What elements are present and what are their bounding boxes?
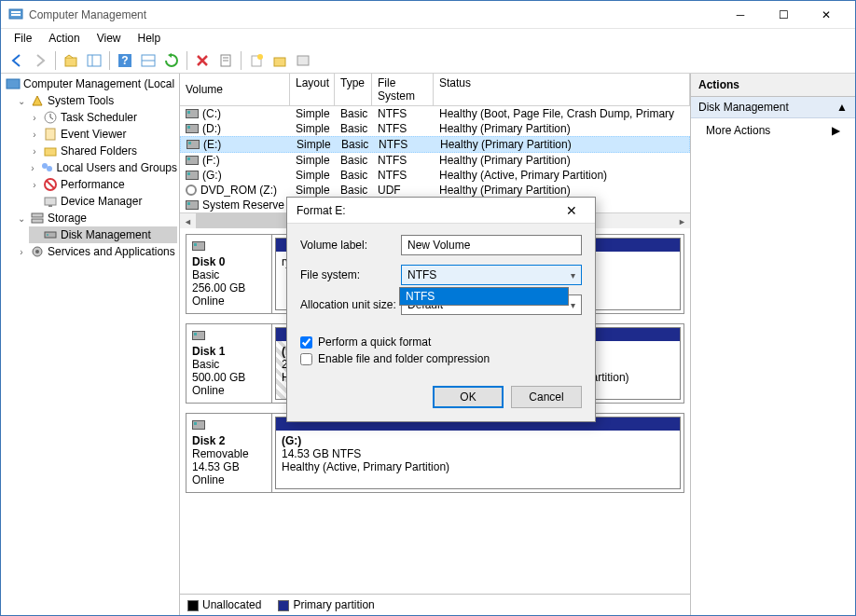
- volume-row[interactable]: (C:)SimpleBasicNTFSHealthy (Boot, Page F…: [180, 106, 690, 121]
- new-button[interactable]: [246, 50, 267, 71]
- chevron-right-icon[interactable]: ›: [29, 146, 40, 157]
- volume-row[interactable]: (D:)SimpleBasicNTFSHealthy (Primary Part…: [180, 121, 690, 136]
- disk-size: 14.53 GB: [192, 460, 266, 473]
- view-button[interactable]: [138, 50, 159, 71]
- menu-help[interactable]: Help: [131, 30, 169, 47]
- volume-status: Healthy (Primary Partition): [434, 153, 690, 168]
- col-type[interactable]: Type: [335, 74, 372, 105]
- tree-event-viewer[interactable]: ›Event Viewer: [29, 126, 177, 143]
- svg-rect-3: [65, 58, 76, 66]
- volume-name: DVD_ROM (Z:): [200, 184, 277, 197]
- dialog-close-button[interactable]: ✕: [558, 203, 586, 218]
- dvd-icon: [186, 185, 197, 196]
- actions-section[interactable]: Disk Management ▲: [691, 97, 855, 118]
- show-hide-tree-button[interactable]: [84, 50, 104, 71]
- refresh-button[interactable]: [161, 50, 182, 71]
- svg-text:?: ?: [121, 54, 128, 67]
- chevron-right-icon[interactable]: ›: [29, 113, 40, 123]
- tree-storage[interactable]: ⌄ Storage: [16, 210, 177, 226]
- chevron-right-icon[interactable]: ›: [29, 163, 36, 173]
- actions-more[interactable]: More Actions ▶: [691, 118, 855, 143]
- forward-button[interactable]: [30, 50, 50, 71]
- scroll-right-icon[interactable]: ►: [674, 213, 690, 229]
- col-layout[interactable]: Layout: [290, 74, 335, 105]
- chevron-right-icon[interactable]: ›: [16, 247, 27, 257]
- volume-type: Basic: [335, 168, 372, 183]
- disk-label[interactable]: Disk 0Basic256.00 GBOnline: [186, 235, 272, 313]
- volume-status: Healthy (Primary Partition): [434, 121, 690, 136]
- col-fs[interactable]: File System: [372, 74, 434, 105]
- svg-rect-27: [32, 213, 43, 217]
- menu-action[interactable]: Action: [41, 30, 87, 47]
- volume-fs: NTFS: [373, 137, 435, 152]
- help-button[interactable]: ?: [115, 50, 135, 71]
- dropdown-option-ntfs[interactable]: NTFS: [400, 288, 568, 305]
- chevron-down-icon[interactable]: ⌄: [16, 213, 27, 224]
- svg-rect-20: [45, 148, 56, 156]
- svg-rect-19: [46, 129, 55, 140]
- minimize-button[interactable]: ─: [719, 1, 762, 29]
- volume-row[interactable]: (G:)SimpleBasicNTFSHealthy (Active, Prim…: [180, 168, 690, 183]
- dialog-title-bar[interactable]: Format E: ✕: [287, 198, 595, 224]
- disk-label[interactable]: Disk 2Removable14.53 GBOnline: [186, 414, 272, 492]
- volume-row[interactable]: (E:)SimpleBasicNTFSHealthy (Primary Part…: [180, 136, 690, 153]
- tree-task-scheduler[interactable]: ›Task Scheduler: [29, 109, 177, 126]
- close-button[interactable]: ✕: [805, 1, 848, 29]
- tree-root[interactable]: Computer Management (Local: [3, 75, 177, 92]
- col-status[interactable]: Status: [434, 74, 690, 105]
- back-button[interactable]: [7, 50, 27, 71]
- volume-label-input[interactable]: [401, 235, 582, 255]
- chevron-down-icon[interactable]: ⌄: [16, 96, 27, 106]
- tree-shared-folders[interactable]: ›Shared Folders: [29, 143, 177, 159]
- chevron-right-icon[interactable]: ›: [29, 130, 40, 140]
- tree-performance[interactable]: ›Performance: [29, 176, 177, 193]
- compression-checkbox[interactable]: Enable file and folder compression: [300, 352, 582, 365]
- tree-local-users[interactable]: ›Local Users and Groups: [29, 159, 177, 176]
- svg-rect-26: [48, 205, 52, 207]
- up-button[interactable]: [61, 50, 81, 71]
- tree-root-label: Computer Management (Local: [23, 77, 174, 90]
- svg-rect-16: [297, 56, 309, 65]
- menu-file[interactable]: File: [7, 30, 39, 47]
- tree-disk-management[interactable]: Disk Management: [29, 226, 177, 243]
- quick-format-checkbox[interactable]: Perform a quick format: [300, 335, 582, 349]
- svg-rect-15: [274, 58, 285, 66]
- volume-fs: UDF: [372, 183, 434, 198]
- volume-name: (F:): [202, 154, 220, 167]
- quick-format-input[interactable]: [300, 336, 312, 349]
- maximize-button[interactable]: ☐: [762, 1, 805, 29]
- menu-view[interactable]: View: [90, 30, 129, 47]
- title-bar: Computer Management ─ ☐ ✕: [1, 1, 855, 29]
- col-volume[interactable]: Volume: [180, 74, 290, 105]
- ok-button[interactable]: OK: [433, 386, 504, 408]
- disk-icon: [186, 156, 199, 165]
- partition-box[interactable]: (G:)14.53 GB NTFSHealthy (Active, Primar…: [275, 417, 681, 489]
- tree-services[interactable]: ›Services and Applications: [16, 243, 177, 260]
- cancel-button[interactable]: Cancel: [511, 386, 582, 408]
- action-button[interactable]: [269, 50, 290, 71]
- disk-state: Online: [192, 473, 266, 486]
- compression-input[interactable]: [300, 353, 312, 365]
- tree-device-manager[interactable]: Device Manager: [29, 193, 177, 210]
- collapse-icon[interactable]: ▲: [836, 101, 848, 114]
- volume-layout: Simple: [290, 106, 335, 121]
- settings-button[interactable]: [293, 50, 313, 71]
- file-system-dropdown[interactable]: NTFS: [399, 287, 569, 306]
- volume-row[interactable]: DVD_ROM (Z:)SimpleBasicUDFHealthy (Prima…: [180, 183, 690, 198]
- volume-row[interactable]: (F:)SimpleBasicNTFSHealthy (Primary Part…: [180, 153, 690, 168]
- disk-label[interactable]: Disk 1Basic500.00 GBOnline: [186, 324, 272, 403]
- delete-button[interactable]: [192, 50, 213, 71]
- tree-pane: Computer Management (Local ⌄ System Tool…: [1, 74, 180, 615]
- disk-name: Disk 0: [192, 255, 266, 268]
- tree-system-tools[interactable]: ⌄ System Tools: [16, 92, 177, 109]
- svg-rect-25: [45, 198, 56, 205]
- svg-rect-2: [11, 14, 21, 16]
- scroll-left-icon[interactable]: ◄: [180, 213, 196, 229]
- chevron-right-icon[interactable]: ›: [29, 180, 40, 190]
- svg-line-24: [47, 181, 54, 188]
- volume-name: (E:): [203, 138, 221, 151]
- svg-rect-1: [11, 11, 21, 13]
- file-system-select[interactable]: NTFS ▾: [401, 265, 582, 285]
- disk-size: 256.00 GB: [192, 281, 266, 294]
- properties-button[interactable]: [215, 50, 236, 71]
